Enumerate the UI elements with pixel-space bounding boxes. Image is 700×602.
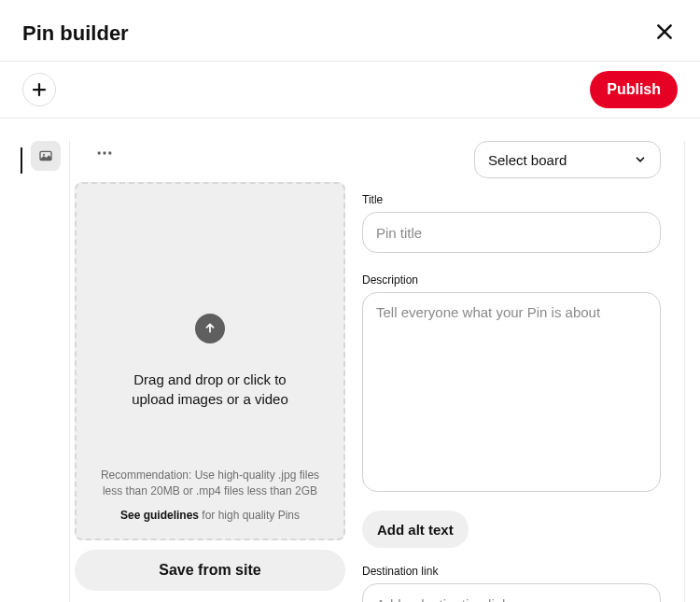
editor: Drag and drop or click to upload images … — [69, 141, 700, 602]
page-title: Pin builder — [22, 21, 129, 46]
dropzone-main-text: Drag and drop or click to upload images … — [117, 370, 303, 409]
close-button[interactable] — [651, 19, 678, 48]
guidelines-link[interactable]: See guidelines — [120, 509, 199, 522]
title-label: Title — [362, 193, 661, 206]
description-textarea[interactable] — [362, 292, 661, 492]
header: Pin builder — [0, 0, 700, 61]
thumbnail-column — [22, 141, 69, 602]
upload-arrow-icon — [203, 322, 217, 335]
close-icon — [655, 22, 674, 41]
ellipsis-icon — [95, 144, 114, 162]
image-icon — [38, 148, 53, 163]
plus-icon — [31, 81, 48, 98]
toolbar: Publish — [0, 62, 700, 118]
svg-point-4 — [108, 151, 111, 154]
add-alt-text-button[interactable]: Add alt text — [362, 511, 469, 548]
dropzone-guidelines: See guidelines for high quality Pins — [91, 509, 329, 522]
more-options-button[interactable] — [91, 140, 118, 169]
active-indicator — [21, 147, 22, 174]
dropzone-recommendation: Recommendation: Use high-quality .jpg fi… — [91, 468, 329, 499]
left-rail — [0, 141, 22, 602]
publish-button[interactable]: Publish — [590, 71, 678, 108]
upload-icon-circle — [195, 314, 225, 343]
add-pin-button[interactable] — [22, 73, 56, 106]
board-select[interactable]: Select board — [474, 141, 661, 178]
save-from-site-button[interactable]: Save from site — [75, 550, 345, 591]
left-column: Drag and drop or click to upload images … — [75, 141, 345, 602]
title-input[interactable] — [362, 212, 661, 253]
upload-dropzone[interactable]: Drag and drop or click to upload images … — [75, 182, 345, 540]
svg-point-1 — [43, 154, 45, 156]
destination-label: Destination link — [362, 565, 661, 578]
svg-point-2 — [98, 151, 101, 154]
destination-input[interactable] — [362, 583, 661, 602]
pin-thumbnail[interactable] — [31, 141, 61, 171]
right-column: Select board Title Description Add alt t… — [362, 141, 661, 602]
description-label: Description — [362, 273, 661, 287]
workspace: Drag and drop or click to upload images … — [0, 119, 700, 602]
chevron-down-icon — [634, 153, 647, 166]
board-select-label: Select board — [488, 152, 567, 168]
guidelines-rest: for high quality Pins — [199, 509, 300, 522]
svg-point-3 — [103, 151, 105, 154]
